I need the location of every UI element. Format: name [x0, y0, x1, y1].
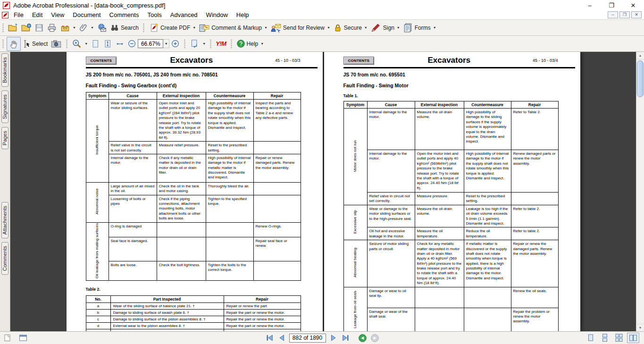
toolbar-grip[interactable] [184, 39, 186, 49]
table2-label: Table 2. [86, 287, 301, 292]
zoom-in-button[interactable] [169, 38, 181, 49]
email-button[interactable] [95, 22, 109, 34]
create-pdf-icon [149, 23, 159, 33]
tab-bookmarks[interactable]: Bookmarks [1, 53, 8, 87]
cell-no: a [86, 302, 110, 309]
menu-file[interactable]: File [9, 11, 28, 19]
cell-part: Damage to sliding surface of swash plate… [110, 309, 224, 316]
page-size-icon[interactable] [4, 334, 11, 342]
tab-pages[interactable]: Pages [1, 127, 8, 149]
cell-repair: Refer to table 2. [511, 205, 558, 227]
sign-button[interactable]: Sign▼ [369, 22, 401, 34]
symptom-label: Oil leakage from mating surfaces [95, 223, 99, 278]
actual-size-button[interactable] [89, 38, 101, 50]
last-page-button[interactable] [341, 333, 351, 343]
create-pdf-button[interactable]: Create PDF▼ [147, 22, 197, 34]
cell-symptom: Motor does not run [343, 109, 367, 205]
hand-tool-button[interactable] [7, 37, 21, 51]
restore-button[interactable]: ❐ [601, 0, 622, 10]
contents-link-button[interactable]: CONTENTS [86, 57, 117, 65]
snapshot-tool-button[interactable] [49, 38, 63, 50]
binoculars-icon [110, 23, 119, 33]
zoom-dropdown-button[interactable]: ▼ [163, 39, 169, 48]
send-for-review-button[interactable]: Send for Review▼ [269, 22, 332, 34]
dropdown-arrow-icon: ▼ [73, 26, 76, 29]
menu-view[interactable]: View [47, 11, 68, 19]
pdf-page-right: CONTENTS Excavators 45 - 10 - 03/4 JS 70… [324, 52, 580, 331]
tab-attachments[interactable]: Attachments [1, 202, 8, 238]
close-button[interactable]: ✕ [622, 0, 644, 10]
doc-close-button[interactable]: ✕ [631, 11, 642, 18]
previous-page-button[interactable] [277, 333, 286, 343]
cell-countermeasure: Tighten the bolts to the correct torque. [206, 261, 253, 280]
page-display-button[interactable]: ▼ [188, 38, 207, 50]
forms-button[interactable]: Forms▼ [401, 22, 438, 34]
previous-view-button[interactable] [358, 333, 368, 343]
toolbar-grip[interactable] [66, 39, 68, 49]
first-page-button[interactable] [265, 333, 274, 343]
col-countermeasure: Countermeasure [206, 92, 253, 100]
page-number-input[interactable] [289, 334, 326, 343]
secure-button[interactable]: Secure▼ [332, 22, 369, 34]
navigation-tabs: Bookmarks Signatures Pages Attachments C… [0, 52, 10, 331]
continuous-facing-layout-button[interactable] [613, 333, 625, 343]
window-options-icon[interactable] [19, 334, 27, 342]
zoom-tool-button[interactable]: ▼ [70, 38, 89, 50]
doc-minimize-button[interactable]: – [608, 11, 618, 18]
contents-link-button[interactable]: CONTENTS [343, 57, 375, 65]
toolbar-grip[interactable] [2, 23, 4, 33]
menu-window[interactable]: Window [202, 11, 232, 19]
toolbar-grip[interactable] [142, 23, 145, 33]
menu-help[interactable]: Help [232, 11, 253, 19]
minimize-button[interactable]: – [579, 0, 601, 10]
search-button[interactable]: Search [109, 22, 140, 34]
yahoo-search-button[interactable]: Y!M [214, 39, 227, 48]
file-toolbar: ▼ ▼ Search Create PDF▼ Comment & Markup▼… [0, 20, 644, 36]
zoom-level-field[interactable]: 66.67% [138, 39, 163, 48]
comment-markup-label: Comment & Markup [211, 25, 262, 31]
fit-page-button[interactable] [101, 38, 114, 50]
cell-part: External wear to the piston assemblies 8… [110, 322, 224, 329]
menu-advanced[interactable]: Advanced [166, 11, 202, 19]
scroll-down-button[interactable]: ▼ [636, 324, 644, 331]
toolbar-grip[interactable] [2, 39, 4, 49]
toolbar-grip[interactable] [230, 39, 233, 49]
dropdown-arrow-icon: ▼ [264, 26, 268, 29]
comment-markup-button[interactable]: Comment & Markup▼ [197, 22, 269, 34]
open-button[interactable] [7, 22, 20, 34]
scrollbar-thumb[interactable] [637, 60, 644, 97]
menu-tools[interactable]: Tools [143, 11, 166, 19]
vertical-scrollbar[interactable]: ▲ ▼ [636, 52, 644, 331]
open-web-button[interactable] [20, 22, 33, 34]
send-for-review-label: Send for Review [283, 25, 325, 31]
organizer-button[interactable]: ▼ [59, 22, 77, 34]
cell-cause: O-ring is damaged [109, 222, 157, 237]
pages-canvas[interactable]: CONTENTS Excavators 45 - 10 - 03/3 JS 20… [10, 52, 636, 331]
next-view-button[interactable] [370, 333, 380, 343]
help-icon [236, 39, 245, 48]
fit-width-button[interactable] [114, 38, 126, 50]
table-row: Motor does not run Internal damage to th… [343, 109, 558, 150]
tab-comments[interactable]: Comments [1, 242, 8, 275]
menu-edit[interactable]: Edit [28, 11, 47, 19]
continuous-layout-button[interactable] [599, 333, 611, 343]
cell-repair: Repair the problem or renew the motor as… [511, 308, 558, 331]
next-page-button[interactable] [329, 333, 338, 343]
scroll-up-button[interactable]: ▲ [636, 52, 644, 59]
dropdown-arrow-icon: ▼ [327, 26, 330, 29]
doc-restore-button[interactable]: ❐ [619, 11, 630, 18]
attach-button[interactable]: ▼ [77, 22, 95, 34]
cell-countermeasure [206, 237, 253, 261]
facing-layout-button[interactable] [627, 333, 639, 343]
single-page-layout-button[interactable] [585, 333, 597, 343]
save-button[interactable] [33, 22, 45, 34]
select-tool-button[interactable]: Select [21, 38, 49, 50]
tab-signatures[interactable]: Signatures [1, 91, 8, 123]
table-row: Damage or wear of the shaft seal. Repair… [343, 308, 558, 331]
help-button[interactable]: Help▼ [235, 38, 266, 49]
menu-document[interactable]: Document [68, 11, 105, 19]
zoom-out-button[interactable] [126, 38, 138, 49]
menu-comments[interactable]: Comments [105, 11, 143, 19]
toolbar-grip[interactable] [209, 39, 212, 49]
print-button[interactable] [45, 22, 59, 34]
